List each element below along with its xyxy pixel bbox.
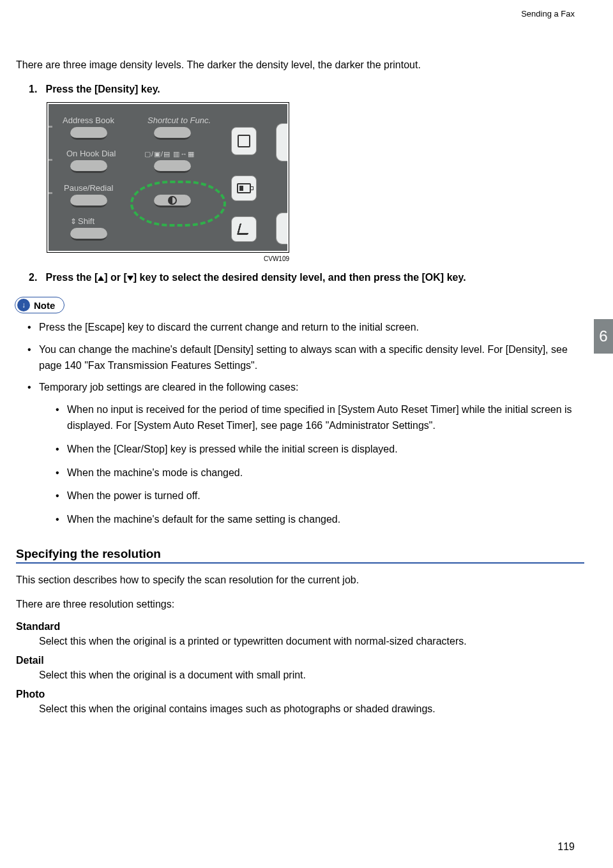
section-rule (16, 562, 584, 564)
note-sublist: When no input is received for the period… (39, 402, 584, 528)
definition-desc: Select this when the original is a docum… (16, 668, 584, 684)
section-paragraph: There are three resolution settings: (16, 597, 584, 612)
address-book-button[interactable] (70, 127, 107, 140)
quality-button[interactable] (154, 160, 191, 173)
step-number: 1. (29, 82, 43, 97)
note-subitem: When the power is turned off. (56, 488, 584, 504)
document-icon (238, 135, 250, 147)
note-subitem: When the machine's mode is changed. (56, 465, 584, 481)
page: Sending a Fax 6 There are three image de… (0, 0, 613, 868)
page-content: There are three image density levels. Th… (16, 57, 584, 717)
note-subitem: When no input is received for the period… (56, 402, 584, 434)
section-heading: Specifying the resolution (16, 547, 584, 561)
shortcut-button[interactable] (154, 127, 191, 140)
definition-desc: Select this when the original contains i… (16, 701, 584, 717)
panel-edge-mark (49, 192, 52, 194)
note-subitem: When the machine's default for the same … (56, 512, 584, 528)
note-heading: ↓ Note (15, 297, 64, 313)
chapter-tab: 6 (594, 319, 613, 354)
copy-mode-button[interactable] (231, 127, 257, 155)
step-text-pre: Press the [ (45, 272, 98, 283)
address-book-label: Address Book (63, 116, 114, 125)
section-paragraph: This section describes how to specify th… (16, 572, 584, 588)
step-1: 1. Press the [Density] key. Address Book… (29, 82, 584, 262)
note-item: Press the [Escape] key to discard the cu… (27, 320, 584, 336)
step-number: 2. (29, 270, 43, 285)
step-2: 2. Press the [] or [] key to select the … (29, 270, 584, 285)
note-list: Press the [Escape] key to discard the cu… (16, 320, 584, 528)
control-panel-figure: Address Book Shortcut to Func. On Hook D… (47, 102, 584, 253)
note-label: Note (34, 300, 55, 311)
note-subitem: When the [Clear/Stop] key is pressed whi… (56, 442, 584, 458)
down-arrow-icon (127, 276, 133, 281)
id-card-copy-button[interactable] (231, 176, 257, 201)
definition-term: Standard (16, 621, 584, 632)
figure-code: CVW109 (47, 255, 289, 262)
page-number: 119 (557, 841, 575, 853)
control-panel: Address Book Shortcut to Func. On Hook D… (49, 104, 287, 251)
id-card-icon (237, 183, 251, 193)
step-text-post: ] key to select the desired density leve… (133, 272, 466, 283)
partial-button-edge (276, 123, 287, 161)
panel-edge-mark (49, 159, 52, 161)
mode-button[interactable] (231, 216, 257, 242)
on-hook-button[interactable] (70, 160, 107, 173)
shift-label: ⇕Shift (70, 216, 95, 226)
pause-redial-button[interactable] (70, 195, 107, 207)
on-hook-label: On Hook Dial (66, 149, 116, 158)
step-text: Press the [Density] key. (45, 84, 160, 94)
definition-term: Detail (16, 655, 584, 666)
note-item: Temporary job settings are cleared in th… (27, 380, 584, 528)
intro-paragraph: There are three image density levels. Th… (16, 57, 584, 73)
density-button[interactable] (154, 195, 191, 207)
up-arrow-icon (98, 276, 104, 281)
note-icon: ↓ (17, 299, 30, 311)
shift-arrows-icon: ⇕ (70, 217, 77, 226)
step-text-mid: ] or [ (104, 272, 127, 283)
density-icon (168, 196, 177, 205)
quality-icons-row: ▢/▣/▤ ▥↔▦ (144, 150, 195, 158)
definition-term: Photo (16, 689, 584, 700)
shift-button[interactable] (70, 228, 107, 241)
definition-list: Standard Select this when the original i… (16, 621, 584, 717)
angle-icon (237, 223, 252, 235)
step-list: 1. Press the [Density] key. Address Book… (16, 82, 584, 285)
partial-button-edge (276, 213, 287, 244)
running-head: Sending a Fax (521, 9, 575, 19)
pause-redial-label: Pause/Redial (64, 183, 113, 193)
panel-edge-mark (49, 126, 52, 128)
shortcut-label: Shortcut to Func. (148, 116, 211, 125)
note-item: You can change the machine's default [De… (27, 342, 584, 374)
definition-desc: Select this when the original is a print… (16, 634, 584, 650)
